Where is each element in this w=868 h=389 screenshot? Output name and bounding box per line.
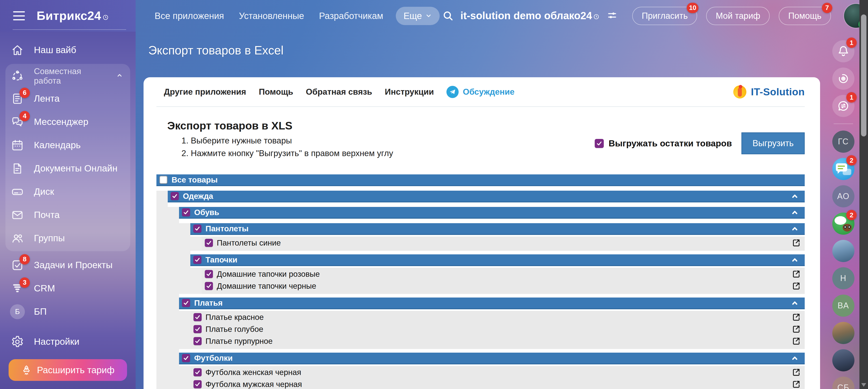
user-avatar-initials[interactable]: ВА bbox=[832, 295, 855, 317]
sidebar-item-settings[interactable]: Настройки bbox=[5, 330, 130, 353]
stock-checkbox-row[interactable]: Выгружать остатки товаров bbox=[595, 138, 732, 149]
scrollbar-thumb[interactable] bbox=[861, 14, 866, 136]
checkbox-checked[interactable] bbox=[193, 225, 202, 233]
sidebar-item-home[interactable]: Наш вайб bbox=[5, 38, 130, 62]
export-product-icon[interactable] bbox=[792, 336, 801, 346]
checkbox-checked[interactable] bbox=[182, 208, 190, 217]
category-bar[interactable]: Обувь bbox=[179, 207, 805, 219]
checkbox-checked[interactable] bbox=[182, 354, 190, 362]
more-menu-button[interactable]: Еще bbox=[396, 7, 439, 25]
topbar-action-help[interactable]: Помощь7 bbox=[779, 7, 831, 25]
discussion-link[interactable]: Обсуждение bbox=[446, 86, 515, 98]
portal-search[interactable]: it-solution demo облако24 bbox=[442, 9, 617, 22]
it-solution-brand[interactable]: IT-Solution bbox=[733, 86, 805, 98]
sidebar-item-label: Группы bbox=[34, 233, 65, 244]
collapse-chevron-icon[interactable] bbox=[790, 298, 799, 307]
export-product-icon[interactable] bbox=[792, 313, 801, 322]
category-bar[interactable]: Футболки bbox=[179, 353, 805, 364]
checkbox-checked[interactable] bbox=[205, 239, 213, 247]
export-product-icon[interactable] bbox=[792, 238, 801, 248]
export-controls: Выгружать остатки товаров Выгрузить bbox=[595, 132, 805, 154]
category-label: Тапочки bbox=[206, 255, 237, 264]
product-row[interactable]: Домашние тапочки черные bbox=[202, 280, 805, 292]
sidebar-item-crm[interactable]: 3CRM bbox=[5, 277, 130, 300]
user-avatar-initials[interactable]: ГС bbox=[832, 131, 855, 153]
user-avatar-initials[interactable]: СБ bbox=[832, 377, 855, 389]
sidebar-item-messenger[interactable]: 4Мессенджер bbox=[5, 110, 130, 133]
sidebar-item-mail[interactable]: Почта bbox=[5, 203, 130, 227]
scrollbar-down-arrow[interactable] bbox=[861, 383, 866, 387]
sidebar-group-header[interactable]: Совместная работа bbox=[5, 65, 130, 87]
bitrix24-logo[interactable]: Битрикс24 bbox=[37, 8, 108, 23]
product-row[interactable]: Пантолеты синие bbox=[202, 237, 805, 249]
sidebar-item-bp[interactable]: ББП bbox=[5, 300, 130, 323]
user-avatar-photo[interactable] bbox=[832, 349, 855, 371]
messenger-chat-icon[interactable]: 2 bbox=[832, 158, 855, 180]
product-row[interactable]: Футболка мужская черная bbox=[190, 378, 805, 389]
category-bar[interactable]: Все товары bbox=[156, 174, 805, 186]
topbar-action-tariff[interactable]: Мой тариф bbox=[706, 7, 770, 25]
export-product-icon[interactable] bbox=[792, 281, 801, 291]
checkbox-checked[interactable] bbox=[205, 270, 213, 278]
chevron-up-icon[interactable] bbox=[116, 71, 123, 81]
topbar-nav-link-2[interactable]: Разработчикам bbox=[319, 11, 383, 21]
stock-checkbox[interactable] bbox=[595, 139, 604, 148]
export-product-icon[interactable] bbox=[792, 380, 801, 389]
sidebar-item-disk[interactable]: Диск bbox=[5, 180, 130, 203]
sidebar-item-docs[interactable]: Документы Онлайн bbox=[5, 157, 130, 180]
checkbox-checked[interactable] bbox=[193, 325, 202, 333]
topbar-nav-link-1[interactable]: Установленные bbox=[239, 11, 304, 21]
filter-sliders-icon[interactable] bbox=[607, 10, 617, 22]
user-avatar-initials[interactable]: Н bbox=[832, 267, 855, 289]
page-scrollbar[interactable] bbox=[860, 0, 868, 389]
owl-chat-avatar[interactable]: 2 bbox=[832, 213, 855, 235]
sidebar-item-tasks[interactable]: 8Задачи и Проекты bbox=[5, 254, 130, 277]
category-bar[interactable]: Пантолеты bbox=[190, 223, 805, 235]
card-menu-link-1[interactable]: Помощь bbox=[259, 87, 293, 97]
pulse-icon[interactable] bbox=[832, 68, 855, 90]
hamburger-menu-icon[interactable] bbox=[13, 11, 25, 20]
product-row[interactable]: Платье пурпурное bbox=[190, 335, 805, 347]
checkbox-checked[interactable] bbox=[182, 299, 190, 307]
category-bar[interactable]: Одежда bbox=[168, 191, 805, 202]
open-lines-chat-icon[interactable]: 1 bbox=[832, 95, 855, 117]
notifications-bell-icon[interactable]: 1 bbox=[832, 40, 855, 62]
user-avatar-photo[interactable] bbox=[832, 322, 855, 344]
product-row[interactable]: Платье голубое bbox=[190, 323, 805, 335]
checkbox-checked[interactable] bbox=[193, 256, 202, 264]
collapse-chevron-icon[interactable] bbox=[790, 224, 799, 233]
upgrade-label: Расширить тариф bbox=[37, 365, 115, 376]
sidebar-item-groups[interactable]: Группы bbox=[5, 227, 130, 250]
export-product-icon[interactable] bbox=[792, 367, 801, 377]
user-avatar-photo[interactable] bbox=[832, 240, 855, 262]
product-row[interactable]: Домашние тапочки розовые bbox=[202, 268, 805, 280]
export-button[interactable]: Выгрузить bbox=[741, 132, 805, 154]
user-avatar-initials[interactable]: АО bbox=[832, 185, 855, 207]
card-menu: Другие приложенияПомощьОбратная связьИнс… bbox=[156, 77, 805, 107]
topbar-nav-link-0[interactable]: Все приложения bbox=[155, 11, 224, 21]
upgrade-tariff-button[interactable]: Расширить тариф bbox=[8, 359, 127, 381]
checkbox-checked[interactable] bbox=[193, 313, 202, 321]
product-row[interactable]: Платье красное bbox=[190, 311, 805, 323]
checkbox-checked[interactable] bbox=[205, 282, 213, 290]
collapse-chevron-icon[interactable] bbox=[790, 208, 799, 217]
checkbox-checked[interactable] bbox=[193, 337, 202, 345]
collapse-chevron-icon[interactable] bbox=[790, 192, 799, 201]
sidebar-item-feed[interactable]: 6Лента bbox=[5, 87, 130, 110]
card-menu-link-3[interactable]: Инструкции bbox=[385, 87, 434, 97]
card-menu-link-0[interactable]: Другие приложения bbox=[164, 87, 246, 97]
collapse-chevron-icon[interactable] bbox=[790, 354, 799, 363]
category-bar[interactable]: Тапочки bbox=[190, 254, 805, 266]
export-product-icon[interactable] bbox=[792, 324, 801, 334]
product-row[interactable]: Футболка женская черная bbox=[190, 366, 805, 378]
topbar-action-invite[interactable]: Пригласить10 bbox=[632, 7, 697, 25]
checkbox-unchecked[interactable] bbox=[159, 176, 167, 184]
export-product-icon[interactable] bbox=[792, 269, 801, 279]
sidebar-item-calendar[interactable]: Календарь bbox=[5, 133, 130, 157]
card-menu-link-2[interactable]: Обратная связь bbox=[306, 87, 372, 97]
checkbox-checked[interactable] bbox=[170, 192, 179, 200]
category-bar[interactable]: Платья bbox=[179, 297, 805, 309]
checkbox-checked[interactable] bbox=[193, 380, 202, 388]
collapse-chevron-icon[interactable] bbox=[790, 255, 799, 264]
checkbox-checked[interactable] bbox=[193, 368, 202, 376]
